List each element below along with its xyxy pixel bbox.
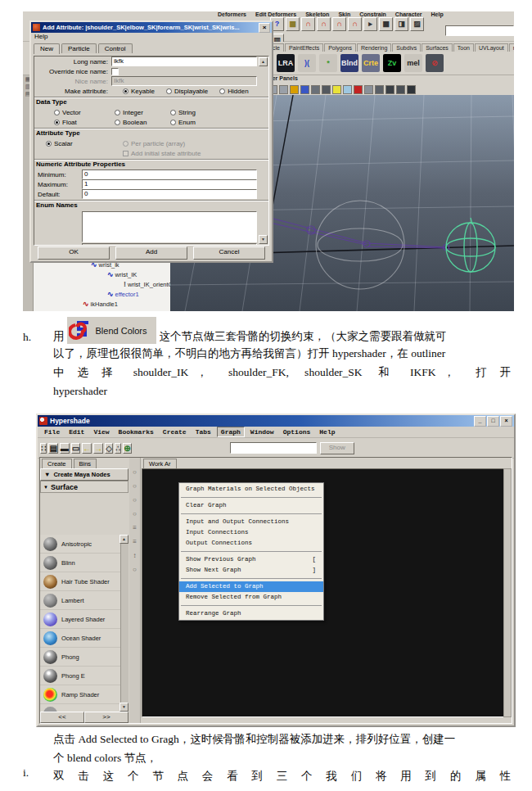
graph-menu-item[interactable] xyxy=(181,605,322,606)
toolbar-icon[interactable]: ∩ xyxy=(332,17,346,31)
scroll-down-icon[interactable]: ▼ xyxy=(119,703,128,712)
outliner-item[interactable]: ! wrist_IK_orientCc xyxy=(34,279,170,289)
shelf-tab[interactable]: Toon xyxy=(453,43,474,52)
surface-category-header[interactable]: ▼ Surface xyxy=(40,481,128,493)
toolbar-icon[interactable]: ∩ xyxy=(348,17,362,31)
graph-menu-item[interactable] xyxy=(181,578,322,579)
panel-toolbar-icon[interactable] xyxy=(396,85,405,94)
menu-item[interactable]: Bookmarks xyxy=(115,427,157,436)
menu-item[interactable]: View xyxy=(90,427,112,436)
dialog-tab[interactable]: New xyxy=(34,43,60,54)
shelf-icon[interactable]: Blnd xyxy=(340,54,358,72)
dialog-button[interactable]: Add xyxy=(115,246,187,260)
strip-icon[interactable]: ○ xyxy=(133,483,137,490)
radio-displayable[interactable]: Displayable xyxy=(166,88,208,95)
menu-item[interactable]: Options xyxy=(280,427,314,436)
dialog-button[interactable]: OK xyxy=(38,246,110,260)
enum-names-listbox[interactable] xyxy=(82,211,257,242)
panel-toolbar-icon[interactable] xyxy=(332,85,341,94)
dialog-button[interactable]: Cancel xyxy=(193,246,265,260)
window-button[interactable]: _ xyxy=(474,416,486,427)
shelf-tab[interactable]: Surfaces xyxy=(422,43,453,52)
toolbar-icon[interactable]: ▦ xyxy=(379,17,393,31)
shelf-icon[interactable]: )( xyxy=(298,54,316,72)
toolbar-icon[interactable]: ⊕ xyxy=(123,443,131,454)
shader-list-item[interactable]: Ocean Shader xyxy=(40,629,120,648)
radio-enum[interactable]: Enum xyxy=(170,119,196,126)
dialog-tab[interactable]: Particle xyxy=(61,43,97,53)
create-maya-nodes-dropdown[interactable]: ▼ Create Maya Nodes xyxy=(40,468,128,481)
strip-icon[interactable]: ○ xyxy=(133,511,137,518)
panel-toolbar-icon[interactable] xyxy=(279,85,288,94)
radio-float[interactable]: Float xyxy=(54,119,77,126)
show-button[interactable]: Show xyxy=(320,442,354,454)
menu-item[interactable]: Edit xyxy=(65,427,88,436)
shelf-icon[interactable]: ⊘ xyxy=(426,54,444,72)
shelf-tab[interactable]: Rendering xyxy=(357,43,391,52)
window-button[interactable]: □ xyxy=(487,416,499,427)
shelf-tab[interactable]: PaintEffects xyxy=(285,43,323,52)
dialog-titlebar[interactable]: Add Attribute: |shoulder_SK|elbow_SK|for… xyxy=(31,22,272,33)
toolbar-icon[interactable]: ▭ xyxy=(71,443,80,454)
panel-toolbar-icon[interactable] xyxy=(375,85,384,94)
shelf-icon[interactable]: * xyxy=(319,54,337,72)
toolbar-icon[interactable]: → xyxy=(93,443,103,454)
shader-list-item[interactable]: Blinn xyxy=(40,554,120,572)
graph-menu-item[interactable]: Input and Output Connections xyxy=(179,517,323,527)
radio-integer[interactable]: Integer xyxy=(115,109,143,116)
panel-toolbar-icon[interactable] xyxy=(385,85,394,94)
filter-field[interactable] xyxy=(230,442,317,454)
graph-menu-item[interactable]: Show Next Graph ] xyxy=(179,565,323,576)
numeric-field-input[interactable]: 1 xyxy=(82,179,257,189)
shader-list-item[interactable]: Layered Shader xyxy=(40,610,120,629)
graph-menu-item[interactable]: Input Connections xyxy=(179,527,323,538)
shader-list-scrollbar[interactable]: ▲ ▼ xyxy=(120,535,128,712)
graph-menu-item[interactable]: Rearrange Graph xyxy=(179,608,323,619)
work-area-scrollbar[interactable] xyxy=(503,468,512,717)
maya-menu-item[interactable]: Deformers xyxy=(218,11,246,17)
graph-menu-item[interactable]: Remove Selected from Graph xyxy=(179,592,323,603)
panel-tab[interactable]: Create xyxy=(42,459,72,468)
outliner-item[interactable]: ∿ effector1 xyxy=(34,289,170,299)
help-menu[interactable]: Help xyxy=(34,33,47,40)
panel-toolbar-icon[interactable] xyxy=(364,85,373,94)
strip-icon[interactable]: ○ xyxy=(133,469,137,476)
toolbar-icon[interactable]: ◨ xyxy=(394,17,408,31)
radio-scalar[interactable]: Scalar xyxy=(46,140,73,147)
panel-toolbar-icon[interactable] xyxy=(311,85,320,94)
dialog-tab[interactable]: Control xyxy=(98,43,133,53)
menu-item[interactable]: Tabs xyxy=(192,427,214,436)
override-nice-name-checkbox[interactable] xyxy=(111,68,119,75)
shelf-tab[interactable]: nCloth xyxy=(509,43,514,52)
strip-icon[interactable]: ↕ xyxy=(133,553,137,559)
shader-list-item[interactable]: Lambert xyxy=(40,591,120,610)
toolbar-icon[interactable]: ∩ xyxy=(301,17,315,31)
shelf-icon[interactable]: LRA xyxy=(277,54,295,72)
shelf-icon[interactable]: mel xyxy=(404,54,422,72)
prev-page-button[interactable]: << xyxy=(40,712,84,723)
graph-menu-item[interactable]: Clear Graph xyxy=(179,500,323,511)
hypershade-titlebar[interactable]: Hypershade _□× xyxy=(38,415,514,427)
radio-hidden[interactable]: Hidden xyxy=(219,88,248,95)
shader-list-item[interactable]: Phong E xyxy=(40,667,120,685)
shader-list-item[interactable]: Hair Tube Shader xyxy=(40,572,120,591)
strip-icon[interactable]: ○ xyxy=(133,497,137,504)
toolbar-icon[interactable]: ▩ xyxy=(286,17,300,31)
menu-item[interactable]: Window xyxy=(247,427,277,436)
window-button[interactable]: × xyxy=(500,416,512,427)
radio-string[interactable]: String xyxy=(170,109,196,116)
scroll-up-icon[interactable]: ▲ xyxy=(119,535,128,544)
graph-menu-item[interactable] xyxy=(181,551,322,552)
shader-list-item[interactable]: Phong xyxy=(40,648,120,667)
graph-menu-item[interactable]: Output Connections xyxy=(179,538,323,549)
shelf-tab[interactable]: Subdivs xyxy=(392,43,421,52)
tab-work-area[interactable]: Work Ar xyxy=(143,459,177,468)
panel-toolbar-icon[interactable] xyxy=(343,85,352,94)
shader-list-item[interactable]: Shading Map xyxy=(40,704,120,712)
close-icon[interactable]: × xyxy=(259,23,270,33)
shelf-icon[interactable]: Zv xyxy=(383,54,401,72)
toolbar-icon[interactable]: ▨ xyxy=(410,17,424,31)
menu-item[interactable]: Create xyxy=(160,427,190,436)
shelf-icon[interactable]: Crte xyxy=(362,54,380,72)
strip-icon[interactable]: ≡ xyxy=(133,539,137,545)
